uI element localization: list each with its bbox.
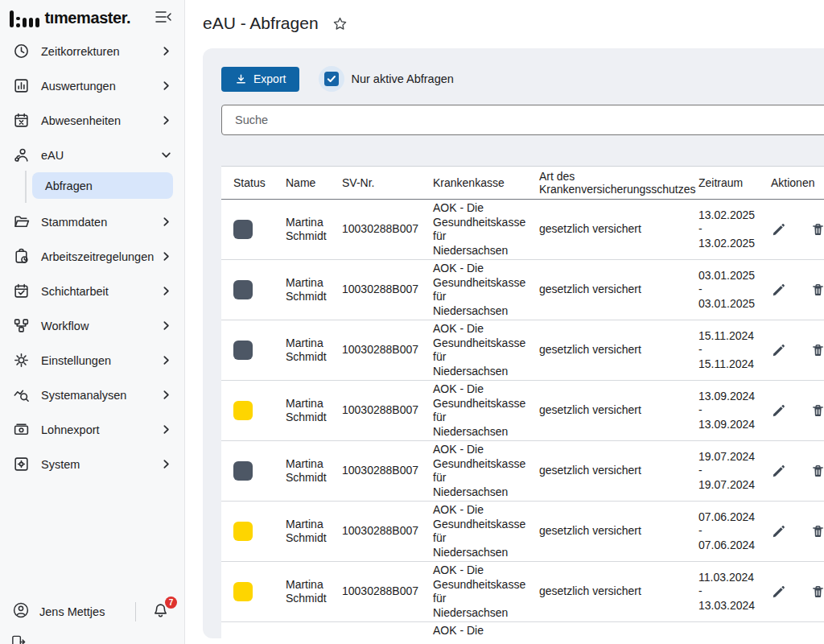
delete-button[interactable] xyxy=(810,584,824,600)
cell-sv-nr: 10030288B007 xyxy=(330,200,421,260)
cell-status xyxy=(221,441,274,502)
edit-button[interactable] xyxy=(771,403,786,419)
cell-sv-nr: 10030288B007 xyxy=(330,441,421,502)
cell-name: Martina Schmidt xyxy=(274,381,330,441)
edit-button[interactable] xyxy=(771,222,786,237)
sidebar-item-abfragen[interactable]: Abfragen xyxy=(32,172,173,199)
sidebar-collapse-button[interactable] xyxy=(154,10,173,27)
trash-icon xyxy=(810,524,824,539)
cell-sv-nr: 10030288B007 xyxy=(330,260,421,320)
edit-button[interactable] xyxy=(771,343,786,358)
search-input[interactable] xyxy=(221,105,824,135)
edit-button[interactable] xyxy=(771,283,786,298)
chevron-right-icon xyxy=(161,459,171,469)
delete-button[interactable] xyxy=(810,283,824,298)
chevron-down-icon xyxy=(161,150,171,160)
pencil-icon xyxy=(771,403,786,419)
pencil-icon xyxy=(771,584,786,600)
export-button[interactable]: Export xyxy=(221,67,299,92)
cell-zeitraum: 03.01.2025-03.01.2025 xyxy=(686,260,759,320)
checkmark-icon xyxy=(327,74,336,84)
cell-versicherungsschutz: gesetzlich versichert xyxy=(527,502,686,562)
sidebar-item-label: Schichtarbeit xyxy=(41,285,109,298)
cell-aktionen xyxy=(759,200,824,260)
cell-aktionen xyxy=(759,562,824,622)
brand-logo-icon xyxy=(10,10,39,27)
status-indicator xyxy=(233,582,253,601)
cell-sv-nr: 10030288B007 xyxy=(330,562,421,622)
notifications-bell-icon[interactable]: 7 xyxy=(152,602,170,621)
sidebar-item-schichtarbeit[interactable]: Schichtarbeit xyxy=(0,274,184,308)
cell-versicherungsschutz: gesetzlich versichert xyxy=(527,381,686,441)
brand-name: tımemaster. xyxy=(45,9,131,27)
edit-button[interactable] xyxy=(771,584,786,600)
delete-button[interactable] xyxy=(810,403,824,419)
main-content: eAU - Abfragen Export Nur aktive Abfrage… xyxy=(185,0,824,644)
column-header-sv-nr-: SV-Nr. xyxy=(330,167,421,200)
sidebar-item-auswertungen[interactable]: Auswertungen xyxy=(0,68,184,103)
clipboard-clock-icon xyxy=(13,248,30,265)
sidebar-item-label: Arbeitszeitregelungen xyxy=(41,250,154,263)
active-filter-checkbox[interactable] xyxy=(319,66,344,92)
cell-krankenkasse: AOK - Die Gesundheitskasse für Niedersac… xyxy=(421,260,527,320)
delete-button[interactable] xyxy=(810,343,824,358)
chevron-right-icon xyxy=(161,251,171,262)
column-header-aktionen: Aktionen xyxy=(759,167,824,200)
chevron-right-icon xyxy=(161,424,171,435)
sidebar-item-partial[interactable] xyxy=(0,634,26,644)
export-button-label: Export xyxy=(253,72,286,85)
edit-button[interactable] xyxy=(771,464,786,479)
cell-name: Martina Schmidt xyxy=(274,320,330,381)
pencil-icon xyxy=(771,524,786,539)
table-row: Martina Schmidt10030288B007AOK - Die Ges… xyxy=(221,200,824,260)
footer-divider xyxy=(135,602,136,621)
table-row: Martina Schmidt10030288B007AOK - Die Ges… xyxy=(221,622,824,639)
folder-open-icon xyxy=(13,213,30,230)
table-container: StatusNameSV-Nr.KrankenkasseArt des Kran… xyxy=(221,166,824,638)
calendar-x-icon xyxy=(13,112,30,129)
sidebar-item-label: Abfragen xyxy=(45,180,93,192)
delete-button[interactable] xyxy=(810,524,824,539)
trash-icon xyxy=(810,343,824,358)
sidebar-item-systemanalysen[interactable]: Systemanalysen xyxy=(0,378,184,412)
cell-krankenkasse: AOK - Die Gesundheitskasse für Niedersac… xyxy=(421,441,527,502)
content-card: Export Nur aktive Abfragen StatusNameSV-… xyxy=(203,48,824,638)
sidebar-item-workflow[interactable]: Workflow xyxy=(0,308,184,343)
cell-status xyxy=(221,381,274,441)
status-indicator xyxy=(233,220,253,239)
cell-name: Martina Schmidt xyxy=(274,441,330,502)
user-name[interactable]: Jens Mettjes xyxy=(39,605,105,618)
cell-aktionen xyxy=(759,260,824,320)
cell-aktionen xyxy=(759,320,824,381)
sidebar-item-eau[interactable]: eAU xyxy=(0,138,184,172)
sidebar-item-arbeitszeitregelungen[interactable]: Arbeitszeitregelungen xyxy=(0,239,184,274)
sidebar-item-system[interactable]: System xyxy=(0,447,184,481)
trash-icon xyxy=(810,584,824,600)
sidebar-item-lohnexport[interactable]: Lohnexport xyxy=(0,412,184,447)
delete-button[interactable] xyxy=(810,464,824,479)
user-avatar-icon[interactable] xyxy=(12,601,30,622)
cell-versicherungsschutz: gesetzlich versichert xyxy=(527,200,686,260)
cell-name: Martina Schmidt xyxy=(274,562,330,622)
sidebar-item-einstellungen[interactable]: Einstellungen xyxy=(0,343,184,378)
cell-status xyxy=(221,622,274,639)
table-row: Martina Schmidt10030288B007AOK - Die Ges… xyxy=(221,381,824,441)
edit-button[interactable] xyxy=(771,524,786,539)
cell-aktionen xyxy=(759,381,824,441)
status-indicator xyxy=(233,461,253,481)
status-indicator xyxy=(233,341,253,360)
cell-sv-nr: 10030288B007 xyxy=(330,622,421,639)
delete-button[interactable] xyxy=(810,222,824,237)
cell-zeitraum: 11.03.2024-13.03.2024 xyxy=(686,562,759,622)
sidebar-item-abwesenheiten[interactable]: Abwesenheiten xyxy=(0,103,184,138)
table-row: Martina Schmidt10030288B007AOK - Die Ges… xyxy=(221,320,824,381)
cell-krankenkasse: AOK - Die Gesundheitskasse für Niedersac… xyxy=(421,381,527,441)
tree-guide xyxy=(25,171,27,203)
collapse-sidebar-icon xyxy=(154,10,172,27)
eau-table: StatusNameSV-Nr.KrankenkasseArt des Kran… xyxy=(221,166,824,638)
sidebar-item-stammdaten[interactable]: Stammdaten xyxy=(0,204,184,239)
sidebar-item-zeitkorrekturen[interactable]: Zeitkorrekturen xyxy=(0,34,184,68)
favorite-star-icon[interactable] xyxy=(332,16,348,31)
chevron-right-icon xyxy=(161,286,171,296)
sidebar-submenu: Abfragen xyxy=(0,172,184,204)
